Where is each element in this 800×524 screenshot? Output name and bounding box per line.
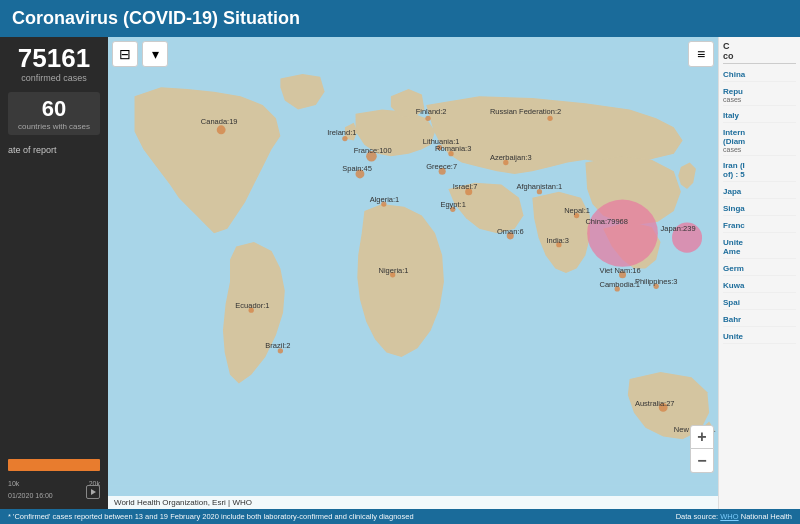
page-header: Coronavirus (COVID-19) Situation bbox=[0, 0, 800, 37]
list-icon: ≡ bbox=[697, 46, 705, 62]
canada-label: Canada:19 bbox=[201, 117, 238, 126]
country-name: UniteAme bbox=[723, 238, 796, 256]
country-name: Japa bbox=[723, 187, 796, 196]
country-info: cases bbox=[723, 96, 796, 103]
bottom-note: * 'Confirmed' cases reported between 13 … bbox=[8, 512, 676, 521]
page-title: Coronavirus (COVID-19) Situation bbox=[12, 8, 300, 28]
philippines-label: Philippines:3 bbox=[635, 277, 678, 286]
list-item[interactable]: UniteAme bbox=[723, 236, 796, 259]
play-icon bbox=[91, 489, 96, 495]
country-name: Repu bbox=[723, 87, 796, 96]
bottom-bar: * 'Confirmed' cases reported between 13 … bbox=[0, 509, 800, 524]
dropdown-icon: ▾ bbox=[152, 46, 159, 62]
source-label: Data source: WHO National Health bbox=[676, 512, 792, 521]
confirmed-label: confirmed cases bbox=[8, 73, 100, 84]
zoom-out-button[interactable]: − bbox=[690, 449, 714, 473]
dropdown-button[interactable]: ▾ bbox=[142, 41, 168, 67]
list-item[interactable]: Bahr bbox=[723, 313, 796, 327]
chart-bar bbox=[8, 459, 100, 471]
country-name: Unite bbox=[723, 332, 796, 341]
left-sidebar: 75161 confirmed cases 60 countries with … bbox=[0, 37, 108, 509]
japan-label: Japan:239 bbox=[661, 224, 696, 233]
cambodia-label: Cambodia:1 bbox=[600, 280, 640, 289]
chart-area: 10k 20k 01/2020 16:00 bbox=[8, 163, 100, 501]
finland-dot bbox=[425, 116, 430, 121]
countries-label: countries with cases bbox=[12, 122, 96, 131]
algeria-label: Algeria:1 bbox=[370, 195, 400, 204]
ireland-label: Ireland:1 bbox=[327, 128, 356, 137]
france-label: France:100 bbox=[354, 146, 392, 155]
brazil-label: Brazil:2 bbox=[265, 341, 290, 350]
list-item[interactable]: Spai bbox=[723, 296, 796, 310]
countries-number: 60 bbox=[12, 96, 96, 122]
map-attribution: World Health Organization, Esri | WHO bbox=[108, 496, 718, 509]
list-item[interactable]: Germ bbox=[723, 262, 796, 276]
chart-bars bbox=[8, 411, 100, 471]
russia-label: Russian Federation:2 bbox=[490, 107, 561, 116]
main-content: 75161 confirmed cases 60 countries with … bbox=[0, 37, 800, 509]
country-name: Intern(Diam bbox=[723, 128, 796, 146]
country-name: Singa bbox=[723, 204, 796, 213]
map-container[interactable]: ⊟ ▾ ≡ bbox=[108, 37, 718, 509]
spain-label: Spain:45 bbox=[342, 164, 372, 173]
country-name: Spai bbox=[723, 298, 796, 307]
chart-label-10k: 10k bbox=[8, 480, 19, 487]
list-item[interactable]: Kuwa bbox=[723, 279, 796, 293]
finland-label: Finland:2 bbox=[416, 107, 447, 116]
nigeria-label: Nigeria:1 bbox=[379, 266, 409, 275]
nepal-label: Nepal:1 bbox=[564, 206, 590, 215]
attribution-text: World Health Organization, Esri | WHO bbox=[114, 498, 252, 507]
greece-label: Greece:7 bbox=[426, 162, 457, 171]
country-name: Italy bbox=[723, 111, 796, 120]
oman-label: Oman:6 bbox=[497, 227, 524, 236]
china-label: China:79968 bbox=[585, 217, 628, 226]
play-button[interactable] bbox=[86, 485, 100, 499]
australia-label: Australia:27 bbox=[635, 399, 675, 408]
israel-label: Israel:7 bbox=[453, 182, 478, 191]
list-item[interactable]: Iran (Iof) : 5 bbox=[723, 159, 796, 182]
national-health-text: National Health bbox=[741, 512, 792, 521]
list-item[interactable]: Singa bbox=[723, 202, 796, 216]
country-info: cases bbox=[723, 146, 796, 153]
data-source-text: Data source: bbox=[676, 512, 719, 521]
zoom-in-button[interactable]: + bbox=[690, 425, 714, 449]
who-link[interactable]: WHO bbox=[720, 512, 738, 521]
country-name: Kuwa bbox=[723, 281, 796, 290]
russia-dot bbox=[547, 116, 552, 121]
afghanistan-label: Afghanistan:1 bbox=[516, 182, 562, 191]
list-item[interactable]: Japa bbox=[723, 185, 796, 199]
right-panel: Cco China Repu cases Italy Intern(Diam c… bbox=[718, 37, 800, 509]
india-label: India:3 bbox=[546, 236, 569, 245]
list-button[interactable]: ≡ bbox=[688, 41, 714, 67]
zoom-controls: + − bbox=[690, 425, 714, 473]
list-item[interactable]: Italy bbox=[723, 109, 796, 123]
country-name: China bbox=[723, 70, 796, 79]
list-item[interactable]: Franc bbox=[723, 219, 796, 233]
map-toolbar: ⊟ ▾ bbox=[112, 41, 168, 67]
date-label: 01/2020 16:00 bbox=[8, 492, 82, 499]
list-item[interactable]: Intern(Diam cases bbox=[723, 126, 796, 156]
list-item[interactable]: Repu cases bbox=[723, 85, 796, 106]
confirmed-cases-stat: 75161 confirmed cases bbox=[8, 45, 100, 84]
section-title: ate of report bbox=[8, 145, 100, 155]
romania-label: Romania:3 bbox=[435, 144, 471, 153]
country-name: Bahr bbox=[723, 315, 796, 324]
filter-button[interactable]: ⊟ bbox=[112, 41, 138, 67]
countries-box: 60 countries with cases bbox=[8, 92, 100, 135]
filter-icon: ⊟ bbox=[119, 46, 131, 62]
azerbaijan-label: Azerbaijan:3 bbox=[490, 153, 532, 162]
egypt-label: Egypt:1 bbox=[440, 200, 465, 209]
country-name: Iran (Iof) : 5 bbox=[723, 161, 796, 179]
world-map: China:79968 Japan:239 Canada:19 Finland:… bbox=[108, 37, 718, 509]
list-item[interactable]: China bbox=[723, 68, 796, 82]
country-name: Franc bbox=[723, 221, 796, 230]
list-item[interactable]: Unite bbox=[723, 330, 796, 344]
right-panel-header: Cco bbox=[723, 41, 796, 64]
vietnam-label: Viet Nam:16 bbox=[600, 266, 641, 275]
country-name: Germ bbox=[723, 264, 796, 273]
china-dot bbox=[587, 200, 658, 267]
confirmed-number: 75161 bbox=[8, 45, 100, 71]
ecuador-label: Ecuador:1 bbox=[235, 301, 269, 310]
canada-dot bbox=[217, 125, 226, 134]
